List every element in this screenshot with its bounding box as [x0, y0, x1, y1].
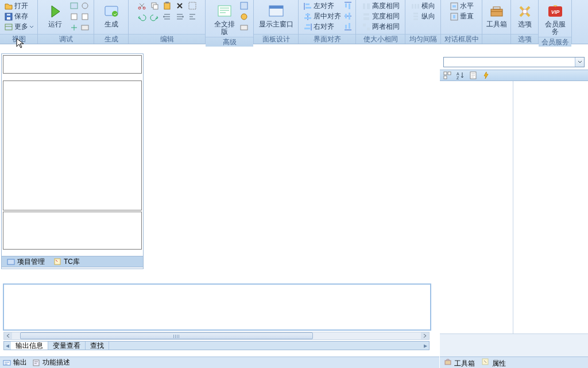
open-icon	[4, 2, 13, 11]
ribbon-group-align: 左对齐 居中对齐 右对齐 界面对齐	[299, 0, 356, 44]
undo-icon[interactable]	[137, 13, 146, 22]
run-button[interactable]: 运行	[42, 1, 68, 29]
svg-rect-28	[306, 24, 310, 26]
same-height-button[interactable]: 高度相同	[361, 1, 401, 11]
svg-rect-42	[412, 4, 413, 9]
project-box-3[interactable]	[3, 212, 142, 250]
indent-right-icon[interactable]	[175, 13, 184, 22]
adv-icon-3[interactable]	[239, 23, 249, 32]
ribbon-group-generate: 生成 生成	[94, 0, 129, 44]
debug-icon-3[interactable]	[69, 12, 79, 21]
align-right-button[interactable]: 右对齐	[302, 22, 335, 32]
same-width-button[interactable]: 宽度相同	[361, 12, 401, 21]
same-both-button[interactable]: 两者相同	[361, 22, 401, 32]
center-v-button[interactable]: 垂直	[448, 12, 475, 21]
align-bottom-icon[interactable]	[343, 22, 353, 31]
svg-rect-59	[3, 361, 10, 365]
svg-point-5	[82, 3, 88, 9]
tab-find[interactable]: 查找	[86, 342, 109, 350]
project-box-2[interactable]	[3, 80, 142, 210]
show-main-window-button[interactable]: 显示主窗口	[257, 1, 295, 29]
adv-icon-2[interactable]	[239, 12, 249, 21]
center-h-button[interactable]: 水平	[448, 1, 475, 11]
project-panel	[1, 53, 144, 269]
tab-tc[interactable]: TC库	[51, 256, 82, 267]
svg-rect-49	[452, 5, 456, 7]
bottom-output[interactable]: 输出	[2, 358, 27, 367]
prop-page-icon[interactable]	[469, 71, 478, 80]
property-grid[interactable]	[440, 81, 588, 334]
chevron-down-icon-combo[interactable]	[575, 57, 584, 67]
ribbon-group-edit: 编辑	[129, 0, 206, 44]
paste-icon[interactable]	[163, 1, 172, 10]
scroll-left-arrow[interactable]	[4, 332, 12, 339]
align-top-icon[interactable]	[343, 1, 353, 10]
redo-icon[interactable]	[150, 13, 159, 22]
output-hscroll[interactable]	[3, 332, 430, 340]
format-icon[interactable]	[188, 13, 197, 22]
scroll-right-arrow[interactable]	[421, 332, 429, 339]
space-h-label: 横向	[421, 1, 435, 11]
indent-left-icon[interactable]	[163, 13, 172, 22]
scroll-track[interactable]	[12, 332, 421, 339]
tab-project[interactable]: 项目管理	[4, 256, 47, 267]
out-tab-left[interactable]: ◂	[4, 342, 11, 349]
output-body[interactable]	[3, 283, 431, 331]
property-object-combo[interactable]	[443, 57, 585, 67]
toolbox-icon	[488, 2, 506, 21]
tab-output-info[interactable]: 输出信息	[11, 342, 48, 350]
scroll-thumb[interactable]	[20, 332, 313, 339]
lightning-icon[interactable]	[481, 71, 490, 80]
svg-rect-15	[164, 3, 170, 9]
cut-icon[interactable]	[137, 1, 146, 10]
play-icon	[46, 2, 64, 21]
svg-rect-3	[5, 24, 12, 30]
tab-find-label: 查找	[90, 341, 104, 351]
debug-icon-1[interactable]	[69, 1, 79, 10]
ribbon-group-toolbox: 工具箱	[482, 0, 511, 44]
bottom-func-desc[interactable]: 功能描述	[32, 358, 70, 367]
full-layout-button[interactable]: 全文排版	[210, 1, 239, 37]
adv-icon-1[interactable]	[239, 1, 249, 10]
save-icon	[4, 12, 13, 21]
align-left-button[interactable]: 左对齐	[302, 1, 335, 11]
debug-icon-2[interactable]	[80, 1, 90, 10]
svg-point-10	[112, 11, 118, 17]
props-small-icon	[481, 357, 490, 366]
project-box-1[interactable]	[3, 55, 142, 74]
align-right-icon	[303, 22, 312, 32]
delete-icon[interactable]	[175, 1, 184, 10]
tab-variables[interactable]: 变量查看	[48, 342, 86, 350]
ribbon-group-panel: 显示主窗口 面板设计	[254, 0, 299, 44]
debug-icon-4[interactable]	[80, 12, 90, 21]
ribbon-group-edit-label: 编辑	[129, 34, 205, 44]
sort-az-icon[interactable]: AZ	[456, 71, 465, 80]
align-right-label: 右对齐	[314, 22, 334, 32]
property-toolbar: AZ	[440, 70, 588, 81]
toolbox-button[interactable]: 工具箱	[485, 1, 508, 29]
svg-rect-34	[345, 25, 347, 29]
debug-icon-6[interactable]	[80, 23, 90, 32]
more-button[interactable]: 更多	[3, 22, 35, 32]
options-button[interactable]: 选项	[513, 1, 536, 29]
debug-icon-5[interactable]	[69, 23, 79, 32]
open-button[interactable]: 打开	[3, 1, 29, 11]
align-middle-icon[interactable]	[343, 12, 353, 21]
right-tab-toolbox[interactable]: 工具箱	[443, 357, 475, 369]
workspace: 项目管理 TC库 ◂ 输出信息 变量查看 查找 ▸ 输出	[0, 44, 588, 368]
svg-rect-62	[448, 72, 451, 75]
svg-rect-47	[413, 18, 418, 20]
save-button[interactable]: 保存	[3, 12, 29, 21]
generate-button[interactable]: 生成	[98, 1, 125, 29]
right-tab-props[interactable]: 属性	[481, 357, 505, 369]
svg-rect-8	[82, 25, 88, 30]
out-tab-right[interactable]: ▸	[422, 342, 429, 349]
space-v-button[interactable]: 纵向	[410, 12, 436, 21]
space-h-button[interactable]: 横向	[410, 1, 436, 11]
select-icon[interactable]	[188, 1, 197, 10]
member-button[interactable]: VIP 会员服务	[541, 1, 569, 37]
categorize-icon[interactable]	[443, 71, 452, 80]
copy-icon[interactable]	[150, 1, 159, 10]
bottom-output-label: 输出	[13, 358, 27, 367]
align-center-button[interactable]: 居中对齐	[302, 12, 342, 21]
